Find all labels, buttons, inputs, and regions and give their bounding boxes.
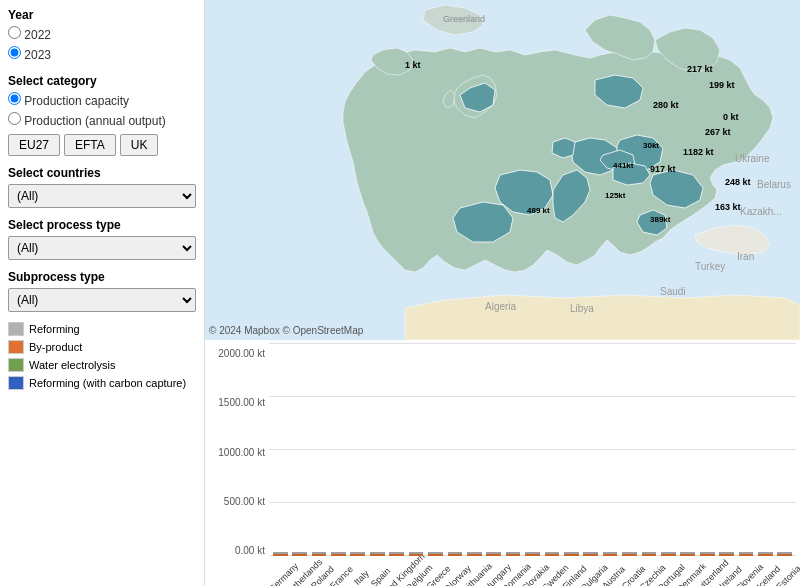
svg-text:Ukraine: Ukraine: [735, 153, 770, 164]
category-annual-output-option[interactable]: Production (annual output): [8, 112, 196, 128]
bar-stack: [486, 552, 501, 556]
bar-stack: [777, 552, 792, 556]
bar-segment-byproduct: [312, 554, 327, 556]
svg-text:Iran: Iran: [737, 251, 754, 262]
bar-stack: [564, 552, 579, 556]
chart-area: 2000.00 kt1500.00 kt1000.00 kt500.00 kt0…: [205, 340, 800, 586]
map-credit: © 2024 Mapbox © OpenStreetMap: [209, 325, 363, 336]
process-select[interactable]: (All): [8, 236, 196, 260]
subprocess-label: Subprocess type: [8, 270, 196, 284]
bar-stack: [448, 552, 463, 556]
bar-segment-byproduct: [467, 554, 482, 556]
chart-container: 2000.00 kt1500.00 kt1000.00 kt500.00 kt0…: [209, 344, 796, 586]
bar-group: Austria: [601, 552, 619, 556]
greenland-label: Greenland: [443, 14, 485, 24]
process-label: Select process type: [8, 218, 196, 232]
sidebar: Year 2022 2023 Select category Productio…: [0, 0, 205, 586]
bar-group: Ireland: [717, 552, 735, 556]
bar-stack: [622, 552, 637, 556]
svg-text:1 kt: 1 kt: [405, 60, 421, 70]
year-2022-radio[interactable]: [8, 26, 21, 39]
y-axis-label: 2000.00 kt: [218, 348, 265, 359]
category-label: Select category: [8, 74, 196, 88]
category-production-capacity-label: Production capacity: [24, 94, 129, 108]
legend-item: Water electrolysis: [8, 358, 196, 372]
category-production-capacity-option[interactable]: Production capacity: [8, 92, 196, 108]
bar-group: Denmark: [679, 552, 697, 556]
bar-segment-byproduct: [642, 554, 657, 556]
subprocess-select[interactable]: (All): [8, 288, 196, 312]
bar-stack: [389, 552, 404, 556]
bar-stack: [350, 552, 365, 556]
category-radio-group: Production capacity Production (annual o…: [8, 92, 196, 130]
bar-group: Switzerland: [698, 552, 716, 556]
eu27-button[interactable]: EU27: [8, 134, 60, 156]
year-2022-option[interactable]: 2022: [8, 26, 196, 42]
bar-group: Italy: [349, 552, 367, 556]
svg-text:489 kt: 489 kt: [527, 206, 550, 215]
bar-stack: [583, 552, 598, 556]
svg-text:917 kt: 917 kt: [650, 164, 676, 174]
bar-group: Netherlands: [290, 552, 308, 556]
bar-stack: [409, 552, 424, 556]
bar-stack: [525, 552, 540, 556]
svg-text:280 kt: 280 kt: [653, 100, 679, 110]
bar-segment-byproduct: [331, 554, 346, 556]
bar-segment-byproduct: [564, 554, 579, 556]
svg-text:163 kt: 163 kt: [715, 202, 741, 212]
year-2022-label: 2022: [24, 28, 51, 42]
year-2023-radio[interactable]: [8, 46, 21, 59]
bar-group: Czechia: [640, 552, 658, 556]
bar-group: France: [329, 552, 347, 556]
bar-stack: [545, 552, 560, 556]
bar-stack: [312, 552, 327, 556]
svg-text:441kt: 441kt: [613, 161, 634, 170]
bar-segment-byproduct: [350, 554, 365, 556]
bar-segment-byproduct: [583, 554, 598, 556]
countries-select[interactable]: (All): [8, 184, 196, 208]
bar-segment-byproduct: [273, 554, 288, 556]
bar-stack: [719, 552, 734, 556]
bar-segment-byproduct: [777, 554, 792, 556]
bar-group: Slovenia: [737, 552, 755, 556]
bar-segment-byproduct: [622, 554, 637, 556]
year-label: Year: [8, 8, 196, 22]
svg-text:Kazakh...: Kazakh...: [740, 206, 782, 217]
svg-text:Libya: Libya: [570, 303, 594, 314]
bar-stack: [273, 552, 288, 556]
category-production-capacity-radio[interactable]: [8, 92, 21, 105]
bar-segment-byproduct: [680, 554, 695, 556]
legend-label: Reforming (with carbon capture): [29, 377, 186, 389]
svg-text:1182 kt: 1182 kt: [683, 147, 714, 157]
year-2023-option[interactable]: 2023: [8, 46, 196, 62]
bar-segment-byproduct: [739, 554, 754, 556]
countries-section: Select countries (All): [8, 166, 196, 208]
legend-item: Reforming: [8, 322, 196, 336]
efta-button[interactable]: EFTA: [64, 134, 116, 156]
svg-text:0 kt: 0 kt: [723, 112, 739, 122]
category-annual-output-label: Production (annual output): [24, 114, 165, 128]
bar-segment-byproduct: [719, 554, 734, 556]
svg-text:Turkey: Turkey: [695, 261, 725, 272]
bar-segment-byproduct: [545, 554, 560, 556]
bar-stack: [331, 552, 346, 556]
bar-stack: [428, 552, 443, 556]
category-annual-output-radio[interactable]: [8, 112, 21, 125]
y-axis-label: 500.00 kt: [224, 496, 265, 507]
process-section: Select process type (All): [8, 218, 196, 260]
bar-group: Greece: [426, 552, 444, 556]
year-2023-label: 2023: [24, 48, 51, 62]
legend-label: Reforming: [29, 323, 80, 335]
bar-segment-byproduct: [700, 554, 715, 556]
legend-color-box: [8, 376, 24, 390]
svg-text:199 kt: 199 kt: [709, 80, 735, 90]
bar-group: Belgium: [407, 552, 425, 556]
uk-button[interactable]: UK: [120, 134, 159, 156]
legend-color-box: [8, 358, 24, 372]
bar-segment-byproduct: [486, 554, 501, 556]
svg-text:Saudi: Saudi: [660, 286, 686, 297]
year-radio-group: 2022 2023: [8, 26, 196, 64]
bar-stack: [603, 552, 618, 556]
bar-group: United Kingdom: [387, 552, 405, 556]
chart-plot: GermanyNetherlandsPolandFranceItalySpain…: [269, 344, 796, 586]
